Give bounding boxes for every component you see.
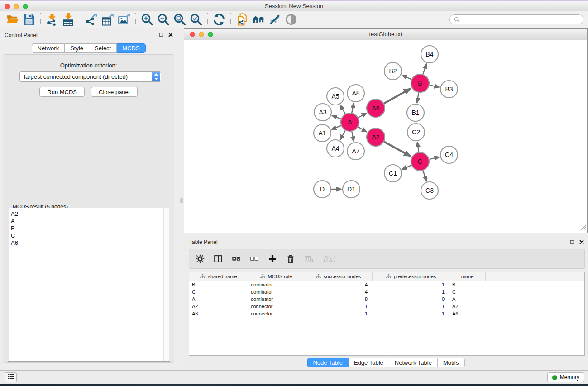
network-from-selection-icon[interactable] xyxy=(234,12,250,27)
cell-successor-nodes[interactable]: 1 xyxy=(304,303,373,310)
task-history-button[interactable] xyxy=(5,372,17,382)
graph-node-A5[interactable]: A5 xyxy=(327,88,344,105)
cell-MCDS-role[interactable]: connector xyxy=(248,303,304,310)
delete-column-icon[interactable] xyxy=(285,253,296,264)
edge-C-C1[interactable] xyxy=(402,165,411,169)
float-panel-icon[interactable] xyxy=(158,32,164,38)
edge-C-C3[interactable] xyxy=(423,171,427,181)
edge-B-B2[interactable] xyxy=(402,75,411,79)
edge-A-A3[interactable] xyxy=(332,116,341,119)
result-item-a2[interactable]: A2 xyxy=(9,210,169,218)
cell-predecessor-nodes[interactable]: 0 xyxy=(373,295,449,303)
edge-B-B4[interactable] xyxy=(423,64,427,74)
resize-grip-icon[interactable] xyxy=(580,224,587,232)
deselect-all-icon[interactable] xyxy=(249,253,260,264)
first-neighbors-icon[interactable] xyxy=(250,12,267,27)
show-details-icon[interactable] xyxy=(283,12,299,27)
edge-B-B1[interactable] xyxy=(417,93,419,103)
export-image-icon[interactable] xyxy=(116,12,132,27)
float-panel-icon[interactable] xyxy=(569,239,575,245)
refresh-layout-icon[interactable] xyxy=(211,12,227,27)
cell-successor-nodes[interactable]: 1 xyxy=(304,310,373,317)
tab-network-table[interactable]: Network Table xyxy=(389,358,438,367)
graph-node-D[interactable]: D xyxy=(314,181,331,198)
cell-shared-name[interactable]: A2 xyxy=(189,303,248,310)
cell-shared-name[interactable]: A6 xyxy=(189,310,248,317)
edge-A6-B[interactable] xyxy=(384,89,410,104)
hide-details-icon[interactable] xyxy=(267,12,283,27)
tab-motifs[interactable]: Motifs xyxy=(438,358,465,367)
cell-MCDS-role[interactable]: dominator xyxy=(248,281,304,288)
tab-mcds[interactable]: MCDS xyxy=(117,43,145,53)
edge-A-A5[interactable] xyxy=(340,105,345,114)
export-network-icon[interactable] xyxy=(83,12,100,27)
cell-predecessor-nodes[interactable]: 1 xyxy=(373,281,449,288)
result-item-a[interactable]: A xyxy=(9,218,169,225)
export-table-icon[interactable] xyxy=(100,12,116,27)
mcds-result-list[interactable]: A2ABCA6 xyxy=(9,208,169,361)
select-all-icon[interactable] xyxy=(231,253,242,264)
run-mcds-button[interactable]: Run MCDS xyxy=(39,87,85,97)
graph-node-A4[interactable]: A4 xyxy=(327,140,344,157)
optimization-criterion-dropdown[interactable]: largest connected component (directed) xyxy=(19,71,161,82)
tab-edge-table[interactable]: Edge Table xyxy=(349,358,389,367)
graph-node-C1[interactable]: C1 xyxy=(384,165,402,182)
split-divider-handle[interactable] xyxy=(180,198,183,203)
close-panel-icon[interactable] xyxy=(578,239,584,245)
graph-node-C3[interactable]: C3 xyxy=(421,182,438,199)
zoom-fit-icon[interactable] xyxy=(172,12,188,27)
edge-A-A8[interactable] xyxy=(352,103,354,113)
graph-node-A1[interactable]: A1 xyxy=(314,124,331,142)
edge-A-A7[interactable] xyxy=(352,132,354,142)
result-item-b[interactable]: B xyxy=(9,225,169,232)
graph-node-A[interactable]: A xyxy=(341,113,359,131)
graph-node-A7[interactable]: A7 xyxy=(347,143,364,160)
graph-node-A2[interactable]: A2 xyxy=(367,128,385,146)
edge-A-A4[interactable] xyxy=(340,130,345,139)
table-row-b[interactable]: Bdominator41B xyxy=(189,281,584,288)
graph-node-C4[interactable]: C4 xyxy=(440,146,458,163)
zoom-selected-icon[interactable] xyxy=(188,12,204,27)
memory-button[interactable]: Memory xyxy=(547,372,584,382)
graph-node-B4[interactable]: B4 xyxy=(421,46,438,63)
cell-MCDS-role[interactable]: connector xyxy=(248,310,304,317)
result-item-c[interactable]: C xyxy=(9,232,169,239)
cell-name[interactable]: A2 xyxy=(449,303,486,310)
result-list-scrollbar[interactable] xyxy=(163,208,169,361)
table-row-a[interactable]: Adominator80A xyxy=(189,295,584,303)
network-canvas[interactable]: A A1 A2 A3 A4 A5 A6 A7 A8 B B1 B2 B3 xyxy=(184,40,587,233)
tab-network[interactable]: Network xyxy=(31,43,65,53)
graph-node-C[interactable]: C xyxy=(411,152,429,171)
graph-node-B1[interactable]: B1 xyxy=(407,104,424,121)
edge-C-C4[interactable] xyxy=(429,157,439,159)
search-input[interactable] xyxy=(449,14,583,24)
column-layout-icon[interactable] xyxy=(213,253,224,264)
graph-node-D1[interactable]: D1 xyxy=(343,181,360,198)
cell-predecessor-nodes[interactable]: 1 xyxy=(373,303,449,310)
cell-MCDS-role[interactable]: dominator xyxy=(248,288,304,295)
graph-node-B2[interactable]: B2 xyxy=(384,62,402,80)
graph-node-A6[interactable]: A6 xyxy=(367,99,385,117)
edge-C-C2[interactable] xyxy=(417,142,419,152)
import-table-icon[interactable] xyxy=(60,12,76,27)
cell-shared-name[interactable]: C xyxy=(189,288,248,295)
graph-node-B3[interactable]: B3 xyxy=(440,81,458,98)
graph-node-B[interactable]: B xyxy=(411,74,429,92)
settings-gear-icon[interactable] xyxy=(195,253,206,264)
add-column-icon[interactable] xyxy=(267,253,278,264)
table-row-a6[interactable]: A6connector11A6 xyxy=(189,310,584,317)
column-header-name[interactable]: name xyxy=(449,272,486,281)
cell-successor-nodes[interactable]: 8 xyxy=(304,295,373,303)
table-row-a2[interactable]: A2connector11A2 xyxy=(189,303,584,310)
result-item-a6[interactable]: A6 xyxy=(9,239,169,247)
close-panel-icon[interactable] xyxy=(167,32,173,38)
cell-shared-name[interactable]: A xyxy=(189,295,248,303)
table-row-c[interactable]: Cdominator41C xyxy=(189,288,584,295)
cell-MCDS-role[interactable]: dominator xyxy=(248,295,304,303)
column-header-MCDS-role[interactable]: MCDS role xyxy=(248,272,304,281)
open-session-icon[interactable] xyxy=(5,12,21,27)
edge-A-A6[interactable] xyxy=(358,113,366,118)
cell-successor-nodes[interactable]: 4 xyxy=(304,288,373,295)
tab-select[interactable]: Select xyxy=(89,43,117,53)
graph-node-C2[interactable]: C2 xyxy=(407,124,425,141)
